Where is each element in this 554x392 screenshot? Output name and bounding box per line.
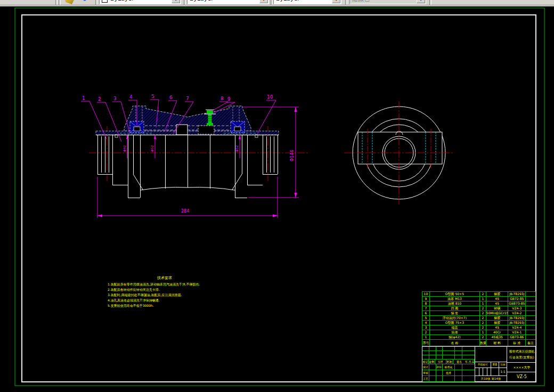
bom-code: VZ4-3 [508, 306, 526, 311]
bom-table: 10 O型圈 50×5 2 橡胶 JB-T8293J 9 油塞 M13 1 45… [422, 291, 536, 346]
table-row: 10 O型圈 50×5 2 橡胶 JB-T8293J [422, 292, 535, 297]
chevron-down-icon: ▼ [417, 0, 425, 3]
bom-code: JB-T8293J [508, 316, 526, 321]
bom-header: 材 料 [486, 340, 509, 346]
table-row: 8 油嘴 810 1 45 GB873-85 [422, 301, 535, 306]
note-line: 3.装配时,两端密封处不得漏油,装配后,应注满润滑脂. [108, 292, 200, 298]
balloon-label: 1 [82, 96, 85, 101]
bearing-right [231, 121, 245, 133]
sheet-info: 共19张 第14张 [475, 376, 507, 382]
bom-code: JB-T8293J [508, 321, 526, 325]
bom-qty: 2 [480, 325, 486, 330]
roller-outline [97, 135, 278, 198]
material-box [475, 347, 507, 362]
bom-header: 标 准 [508, 340, 526, 346]
bom-qty: 1 [480, 330, 486, 335]
side-view [344, 101, 454, 205]
table-row: 7 挡 圈 2 铸钢 VZ4-3 [422, 306, 535, 311]
revision-row [422, 351, 475, 355]
dim-shaft-3: Φ52 [235, 145, 239, 152]
bom-code: GB72-85 [508, 297, 526, 301]
drawing-title: 履带式液压挖掘机 行走装置(支重轮) [507, 347, 536, 363]
bom-qty: 1 [480, 297, 486, 301]
table-row: 3 端盖 2 45 VZ4-4 [422, 325, 535, 330]
revision-row [422, 347, 475, 351]
note-line: 5.支重轮使用寿命不低于3000h. [108, 303, 200, 308]
chevron-down-icon[interactable]: ▼ [332, 0, 340, 3]
revision-header-cell: 签名 [453, 360, 465, 364]
signature-rows: 设计 2011.04标准化 审核 批准 工艺 [422, 364, 475, 382]
dim-overall-length: 284 [181, 209, 189, 214]
bom-qty: 2 [480, 311, 486, 316]
bom-name: 轴 套 [430, 311, 480, 316]
bom-qty: 1 [480, 301, 486, 306]
bom-name: 油塞 M13 [430, 297, 480, 301]
notes-title: 技术要求 [157, 276, 172, 280]
bom-remark [526, 330, 535, 335]
chevron-down-icon[interactable]: ▼ [259, 0, 268, 3]
lineweight-control-combobox[interactable]: ByLayer ▼ [273, 0, 341, 4]
bom-qty: 2 [480, 316, 486, 321]
table-row: 2 轮体 1 40Cr VZ4-1 [422, 330, 535, 335]
bom-material: 45 [486, 297, 509, 301]
bom-remark [526, 306, 535, 311]
title-block-middle: 阶段标记 重量 比例 1:1 共19张 第14张 [475, 347, 507, 382]
title-block: 标记处数分区更改文件号签名年.月.日 设计 2011.04标准化 审核 批准 [422, 346, 536, 382]
balloon-label: 3 [113, 96, 117, 101]
bom-code: VZ4-4 [508, 325, 526, 330]
linetype-control-value: ByLayer [190, 0, 214, 2]
revision-header-cell: 更改文件号 [446, 360, 453, 364]
bom-code: GB873-85 [508, 301, 526, 306]
layer-states-icon[interactable] [79, 0, 90, 4]
balloon-label: 5 [151, 94, 154, 99]
bom-name: 端盖 [430, 325, 480, 330]
bom-qty: 2 [480, 292, 486, 297]
bom-name: O型圈 75×3 [430, 321, 480, 325]
bracket-band [358, 132, 442, 164]
table-row: 6 轴 套 2 50Mn或GCr15 VZ4-2 [422, 311, 535, 316]
linetype-control-combobox[interactable]: ByLayer ▼ [187, 0, 269, 4]
title-block-right: 履带式液压挖掘机 行走装置(支重轮) ××××大学 VZ-5 [507, 347, 536, 382]
bom-no: 9 [422, 297, 430, 301]
spacer-block [198, 126, 214, 134]
chevron-down-icon[interactable]: ▼ [172, 0, 180, 3]
table-row: 1 轴(φ42) 2 45或35 GB73-86 [422, 335, 535, 340]
lineweight-control-value: ByLayer [276, 0, 300, 2]
color-control-value: ByLayer [110, 0, 134, 2]
bom-code: JB-T8293J [508, 292, 526, 297]
bom-material: 铸钢 [486, 306, 509, 311]
revision-header-cell: 标记 [422, 360, 429, 364]
bom-material: 45 [486, 325, 509, 330]
toolbar-separator [59, 0, 61, 5]
bom-header-row: 序号 名 称 数量 材 料 标 准 备注 [422, 340, 535, 346]
plotstyle-control-combobox: 随颜色 ▼ [349, 0, 426, 4]
balloon-label: 8 [221, 96, 224, 101]
bom-no: 4 [422, 321, 430, 325]
drawing-number: VZ-5 [507, 372, 536, 382]
bom-no: 7 [422, 306, 430, 311]
revision-row [422, 355, 475, 360]
dim-shaft-2: Φ52 [151, 145, 154, 152]
bom-material: 橡胶 [486, 316, 509, 321]
bom-material: 45 [486, 301, 509, 306]
bom-remark [526, 297, 535, 301]
bom-material: 40Cr [486, 330, 509, 335]
cad-application-window: ByLayer ▼ ByLayer ▼ ByLayer ▼ 随颜色 ▼ [0, 0, 554, 392]
stage-weight-scale-labels: 阶段标记 重量 比例 [475, 362, 507, 368]
bom-rows: 10 O型圈 50×5 2 橡胶 JB-T8293J 9 油塞 M13 1 45… [422, 292, 535, 340]
bom-header: 数量 [480, 340, 486, 346]
bom-no: 1 [422, 335, 430, 340]
bom-name: 挡 圈 [430, 306, 480, 311]
table-row: 5 浮动油封(70×7) 2 橡胶 JB-T8293J [422, 316, 535, 321]
organization-name: ××××大学 [507, 363, 536, 372]
stage-label: 阶段标记 [475, 362, 491, 368]
plotstyle-control-value: 随颜色 [352, 0, 370, 3]
table-row: 4 O型圈 75×3 2 橡胶 JB-T8293J [422, 321, 535, 325]
bom-no: 2 [422, 330, 430, 335]
table-row: 9 油塞 M13 1 45 GB72-85 [422, 297, 535, 301]
bom-qty: 2 [480, 306, 486, 311]
scale-label: 比例 [499, 362, 507, 368]
color-control-combobox[interactable]: ByLayer ▼ [99, 0, 181, 4]
layer-manager-icon[interactable] [64, 0, 75, 4]
bom-name: 轮体 [430, 330, 480, 335]
